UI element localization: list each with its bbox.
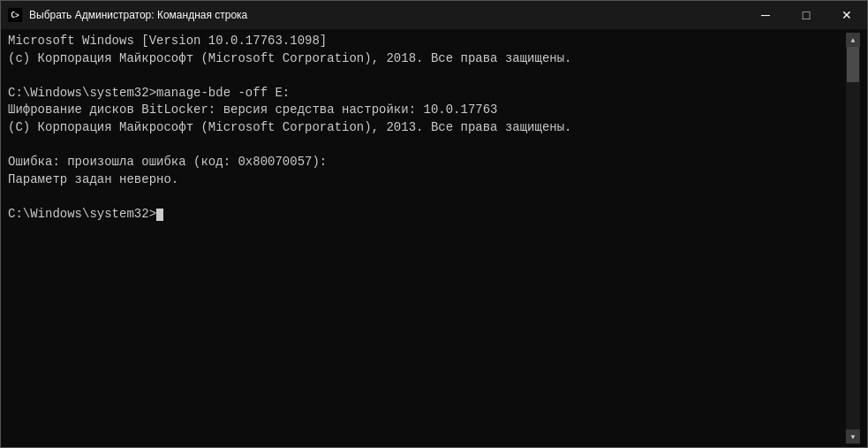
terminal-line-3-empty: [8, 67, 846, 85]
cmd-window: Выбрать Администратор: Командная строка …: [0, 0, 868, 448]
close-button[interactable]: ✕: [826, 1, 867, 29]
maximize-button[interactable]: □: [786, 1, 826, 29]
terminal-line-5: Шифрование дисков BitLocker: версия сред…: [8, 102, 846, 119]
minimize-button[interactable]: ─: [745, 1, 786, 29]
terminal-line-2: (с) Корпорация Майкрософт (Microsoft Cor…: [8, 50, 846, 68]
scroll-track[interactable]: [846, 47, 860, 429]
terminal-cursor: [156, 209, 163, 221]
window-title: Выбрать Администратор: Командная строка: [29, 9, 247, 21]
title-bar: Выбрать Администратор: Командная строка …: [1, 1, 867, 29]
scroll-up-arrow[interactable]: ▲: [846, 33, 860, 47]
terminal-line-10-empty: [8, 188, 846, 206]
terminal-line-4: C:\Windows\system32>manage-bde -off E:: [8, 85, 846, 103]
terminal-line-6: (С) Корпорация Майкрософт (Microsoft Cor…: [8, 119, 846, 137]
scroll-down-arrow[interactable]: ▼: [846, 429, 860, 444]
terminal-line-7-empty: [8, 137, 846, 155]
terminal-body: Microsoft Windows [Version 10.0.17763.10…: [1, 29, 867, 447]
terminal-line-1: Microsoft Windows [Version 10.0.17763.10…: [8, 33, 846, 50]
scrollbar[interactable]: ▲ ▼: [846, 33, 860, 444]
scroll-thumb[interactable]: [847, 47, 859, 82]
terminal-line-9: Параметр задан неверно.: [8, 171, 846, 189]
title-bar-left: Выбрать Администратор: Командная строка: [8, 8, 247, 22]
cmd-icon: [8, 8, 22, 22]
title-bar-buttons: ─ □ ✕: [745, 1, 867, 29]
terminal-line-8: Ошибка: произошла ошибка (код: 0x8007005…: [8, 154, 846, 171]
terminal-content[interactable]: Microsoft Windows [Version 10.0.17763.10…: [8, 33, 846, 444]
terminal-line-prompt: C:\Windows\system32>: [8, 206, 846, 224]
